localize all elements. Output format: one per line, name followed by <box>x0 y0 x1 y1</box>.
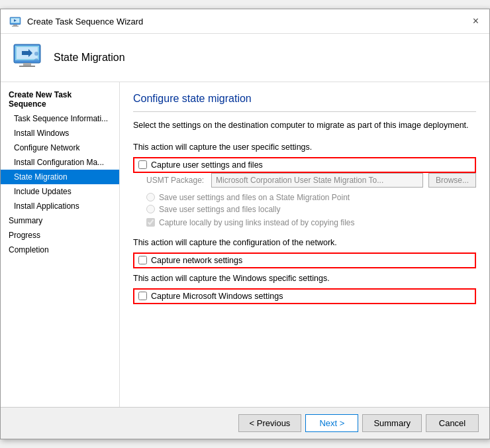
svg-rect-3 <box>12 26 19 27</box>
windows-section-label: This action will capture the Windows spe… <box>133 274 476 283</box>
previous-button[interactable]: < Previous <box>238 414 302 432</box>
sidebar-item-state-migration[interactable]: State Migration <box>1 170 119 184</box>
header-title: State Migration <box>54 52 125 64</box>
footer: < Previous Next > Summary Cancel <box>1 407 489 439</box>
sidebar-item-configure-network[interactable]: Configure Network <box>1 140 119 155</box>
wizard-window: Create Task Sequence Wizard × State Migr… <box>0 9 490 439</box>
sidebar: Create New Task Sequence Task Sequence I… <box>1 82 120 407</box>
summary-button[interactable]: Summary <box>362 414 422 432</box>
content-divider <box>133 111 476 112</box>
network-section: This action will capture the configurati… <box>133 238 476 268</box>
cancel-button[interactable]: Cancel <box>426 414 479 432</box>
windows-section: This action will capture the Windows spe… <box>133 274 476 304</box>
capture-network-checkbox[interactable] <box>138 256 147 264</box>
usmt-input[interactable] <box>211 173 423 188</box>
sidebar-item-install-config-mgr[interactable]: Install Configuration Ma... <box>1 155 119 170</box>
capture-user-settings-checkbox[interactable] <box>138 160 147 169</box>
svg-rect-2 <box>13 25 17 26</box>
sidebar-item-summary[interactable]: Summary <box>1 213 119 228</box>
title-bar: Create Task Sequence Wizard × <box>1 9 489 34</box>
radio-save-locally[interactable] <box>146 205 155 213</box>
radio-migration-point[interactable] <box>146 193 155 201</box>
wizard-icon <box>9 15 22 28</box>
sidebar-group-label: Create New Task Sequence <box>1 87 119 111</box>
radio-save-locally-label: Save user settings and files locally <box>159 205 280 214</box>
capture-user-settings-row: Capture user settings and files <box>133 157 476 173</box>
content-panel: Configure state migration Select the set… <box>120 82 489 407</box>
capture-locally-label: Capture locally by using links instead o… <box>159 218 355 227</box>
main-content: Create New Task Sequence Task Sequence I… <box>1 82 489 407</box>
next-button[interactable]: Next > <box>305 414 358 432</box>
radio-migration-point-row: Save user settings and files on a State … <box>146 193 476 202</box>
sidebar-item-include-updates[interactable]: Include Updates <box>1 184 119 199</box>
network-section-label: This action will capture the configurati… <box>133 238 476 247</box>
user-settings-section-label: This action will capture the user specif… <box>133 142 476 152</box>
capture-windows-checkbox[interactable] <box>138 292 147 300</box>
browse-button[interactable]: Browse... <box>428 173 476 188</box>
capture-user-settings-label[interactable]: Capture user settings and files <box>151 160 263 170</box>
radio-group: Save user settings and files on a State … <box>146 193 476 214</box>
header-icon <box>11 42 43 74</box>
capture-windows-label[interactable]: Capture Microsoft Windows settings <box>151 292 283 301</box>
sidebar-item-install-windows[interactable]: Install Windows <box>1 126 119 140</box>
capture-network-label[interactable]: Capture network settings <box>151 256 242 265</box>
radio-migration-point-label: Save user settings and files on a State … <box>159 193 350 202</box>
capture-locally-checkbox[interactable] <box>146 218 155 227</box>
radio-save-locally-row: Save user settings and files locally <box>146 205 476 214</box>
sidebar-item-progress[interactable]: Progress <box>1 228 119 243</box>
sidebar-item-task-sequence-info[interactable]: Task Sequence Informati... <box>1 111 119 126</box>
content-title: Configure state migration <box>133 93 476 105</box>
title-bar-left: Create Task Sequence Wizard <box>9 15 143 28</box>
svg-rect-8 <box>19 66 35 67</box>
close-button[interactable]: × <box>470 15 481 27</box>
usmt-label: USMT Package: <box>146 176 206 185</box>
window-title: Create Task Sequence Wizard <box>27 17 143 27</box>
sidebar-item-install-applications[interactable]: Install Applications <box>1 199 119 213</box>
svg-rect-7 <box>23 63 31 66</box>
wizard-header: State Migration <box>1 34 489 82</box>
capture-windows-row: Capture Microsoft Windows settings <box>133 288 476 304</box>
capture-locally-row: Capture locally by using links instead o… <box>146 218 476 227</box>
usmt-row: USMT Package: Browse... <box>146 173 476 188</box>
content-description: Select the settings on the destination c… <box>133 120 476 132</box>
capture-network-row: Capture network settings <box>133 252 476 268</box>
sidebar-item-completion[interactable]: Completion <box>1 243 119 257</box>
svg-point-10 <box>34 52 38 56</box>
